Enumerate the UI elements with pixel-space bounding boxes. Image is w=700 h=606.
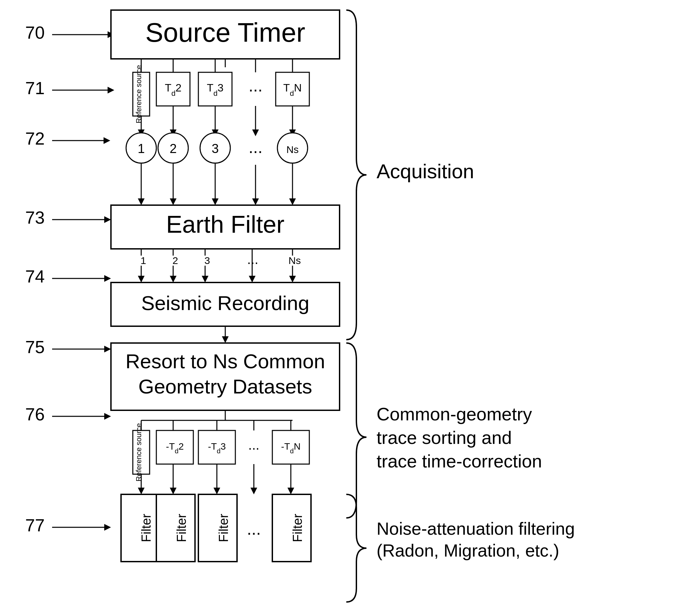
seismic-recording-label: Seismic Recording xyxy=(141,292,309,314)
source-1-label: 1 xyxy=(138,142,145,156)
channel-ns-label: Ns xyxy=(288,255,301,266)
source-3-label: 3 xyxy=(212,142,219,156)
dots-channels: ... xyxy=(247,252,258,267)
noise-brace xyxy=(346,494,366,602)
svg-marker-45 xyxy=(138,276,145,282)
acquisition-label: Acquisition xyxy=(377,160,474,183)
ref-76: 76 xyxy=(25,404,45,424)
svg-marker-13 xyxy=(104,413,111,420)
svg-marker-63 xyxy=(138,488,145,494)
dots-sources: ... xyxy=(248,138,263,157)
svg-marker-5 xyxy=(103,137,110,144)
filter-2-label: Filter xyxy=(174,514,189,542)
source-ns-label: Ns xyxy=(286,144,299,155)
common-geometry-label: Common-geometry xyxy=(377,404,532,424)
svg-marker-15 xyxy=(104,524,111,531)
svg-marker-11 xyxy=(104,346,111,352)
resort-label-2: Geometry Datasets xyxy=(139,375,312,398)
ref-72: 72 xyxy=(25,129,45,148)
filter-1-label: Filter xyxy=(139,514,153,542)
ref-70: 70 xyxy=(25,23,45,42)
ref-75: 75 xyxy=(25,337,45,357)
noise-filtering-label: Noise-attenuation filtering xyxy=(377,519,575,538)
svg-marker-34 xyxy=(138,199,145,205)
svg-marker-69 xyxy=(250,488,257,494)
ref-source-label-1: Reference source xyxy=(135,65,143,123)
svg-marker-3 xyxy=(107,87,114,93)
svg-marker-7 xyxy=(104,216,111,223)
ref-source-label-2: Reference source xyxy=(135,423,143,482)
filter-3-label: Filter xyxy=(217,514,231,542)
svg-marker-9 xyxy=(104,275,111,282)
svg-marker-42 xyxy=(289,199,296,205)
channel-1-label: 1 xyxy=(141,255,146,266)
ref-73: 73 xyxy=(25,208,45,227)
resort-label-1: Resort to Ns Common xyxy=(125,350,325,373)
svg-marker-40 xyxy=(252,199,259,205)
filter-n-label: Filter xyxy=(290,514,305,542)
diagram-container: 70 71 72 73 74 75 76 77 Source Timer Ref… xyxy=(0,0,700,606)
radon-label: (Radon, Migration, etc.) xyxy=(377,541,559,560)
dots-filters: ... xyxy=(247,519,261,538)
dots-neg: ... xyxy=(248,438,259,452)
dots-td: ... xyxy=(248,76,263,95)
svg-marker-53 xyxy=(249,276,256,282)
svg-marker-56 xyxy=(289,276,296,282)
svg-marker-51 xyxy=(202,276,209,282)
svg-marker-25 xyxy=(252,130,259,136)
svg-marker-38 xyxy=(212,199,219,205)
source-timer-label: Source Timer xyxy=(145,18,305,47)
acquisition-brace xyxy=(346,10,366,340)
svg-marker-48 xyxy=(170,276,176,282)
channel-3-label: 3 xyxy=(204,255,210,266)
svg-marker-67 xyxy=(214,488,220,494)
svg-marker-36 xyxy=(170,199,176,205)
ref-71: 71 xyxy=(25,78,45,98)
svg-marker-71 xyxy=(287,488,294,494)
trace-sorting-label: trace sorting and xyxy=(377,427,512,448)
svg-marker-58 xyxy=(222,336,228,343)
source-2-label: 2 xyxy=(169,142,176,156)
channel-2-label: 2 xyxy=(172,255,178,266)
earth-filter-label: Earth Filter xyxy=(166,211,285,238)
ref-77: 77 xyxy=(25,515,45,535)
common-geometry-brace xyxy=(346,343,366,518)
trace-time-label: trace time-correction xyxy=(377,451,542,471)
svg-marker-65 xyxy=(170,488,176,494)
ref-74: 74 xyxy=(25,267,45,286)
